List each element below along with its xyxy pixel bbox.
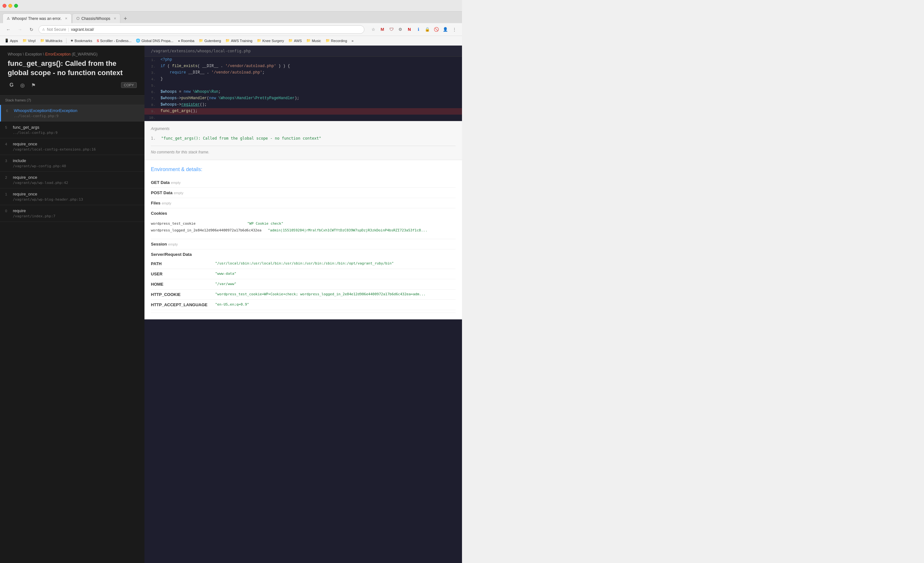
- stack-frame-6[interactable]: 6 Whoops\Exception\ErrorException ../loc…: [0, 105, 144, 122]
- code-line-5: 5.: [144, 82, 462, 89]
- bookmark-multitracks-label: Multitracks: [46, 39, 63, 43]
- stack-frame-3[interactable]: 3 include /vagrant/wp-config.php:40: [0, 155, 144, 172]
- traffic-lights: [3, 4, 18, 8]
- bookmark-bookmarks[interactable]: ★ Bookmarks: [69, 38, 93, 43]
- info-icon[interactable]: ℹ: [414, 26, 422, 33]
- server-user: USER "www-data": [151, 269, 456, 279]
- block-icon[interactable]: 🚫: [432, 26, 440, 33]
- address-bar[interactable]: ⚠ Not Secure | vagrant.local/: [39, 25, 364, 34]
- tab-chassis-label: Chassis/Whoops: [81, 16, 111, 21]
- bookmark-gutenberg-icon: 📁: [199, 39, 203, 43]
- tab-whoops-close[interactable]: ✕: [65, 17, 68, 20]
- code-line-6: 6. $whoops = new \Whoops\Run;: [144, 89, 462, 95]
- error-breadcrumb: Whoops \ Exception \ ErrorException (E_W…: [8, 52, 137, 57]
- code-file-path: /vagrant/extensions/whoops/local-config.…: [144, 46, 462, 57]
- stack-frame-5[interactable]: 5 func_get_args ../local-config.php:9: [0, 122, 144, 138]
- back-button[interactable]: ←: [4, 25, 13, 34]
- bookmark-vinyl[interactable]: 📁 Vinyl: [21, 38, 37, 43]
- bookmark-aws-training[interactable]: 📁 AWS Training: [224, 38, 254, 43]
- frame-number-0: 0: [5, 209, 10, 213]
- bookmark-knee-surgery[interactable]: 📁 Knee Surgery: [255, 38, 285, 43]
- reload-button[interactable]: ↻: [27, 25, 36, 34]
- security-icon: ⚠: [42, 28, 45, 31]
- frame-path-0: /vagrant/index.php:7: [5, 214, 140, 218]
- close-button[interactable]: [3, 4, 6, 8]
- env-files-key: Filesempty: [151, 201, 215, 205]
- bookmark-music[interactable]: 📁 Music: [305, 38, 322, 43]
- gmail-icon[interactable]: M: [378, 26, 386, 33]
- new-tab-button[interactable]: +: [121, 14, 130, 23]
- stack-frame-1[interactable]: 1 require_once /vagrant/wp/wp-blog-heade…: [0, 189, 144, 205]
- bookmark-scrolller-icon: S: [97, 39, 99, 43]
- bookmark-vinyl-icon: 📁: [22, 39, 27, 43]
- arguments-title: Arguments: [151, 126, 456, 131]
- tab-whoops[interactable]: ⚠ Whoops! There was an error. ✕: [3, 13, 72, 23]
- breadcrumb-suffix: (E_WARNING): [70, 52, 98, 57]
- cookies-section: wordpress_test_cookie "WP Cookie check" …: [151, 218, 428, 236]
- frame-name-2: require_once: [13, 175, 37, 180]
- bookmark-dns[interactable]: 🌐 Global DNS Propa...: [135, 38, 175, 43]
- stack-frame-0[interactable]: 0 require /vagrant/index.php:7: [0, 205, 144, 222]
- env-post-data: POST Dataempty: [151, 188, 456, 198]
- bookmark-aws[interactable]: 📁 AWS: [287, 38, 303, 43]
- env-files: Filesempty: [151, 198, 456, 208]
- server-http-cookie-key: HTTP_COOKIE: [151, 292, 215, 297]
- bookmark-aws-label: AWS: [294, 39, 302, 43]
- flag-icon[interactable]: ⚑: [30, 81, 37, 89]
- nav-icons: ☆ M 🛡 ⚙ N ℹ 🔒 🚫 👤 ⋮: [369, 26, 458, 33]
- bookmark-gutenberg-label: Gutenberg: [204, 39, 221, 43]
- google-icon[interactable]: G: [8, 81, 15, 89]
- minimize-button[interactable]: [8, 4, 12, 8]
- navbar: ← → ↻ ⚠ Not Secure | vagrant.local/ ☆ M …: [0, 23, 462, 36]
- bookmark-apps-label: Apps: [10, 39, 18, 43]
- bookmark-vinyl-label: Vinyl: [28, 39, 36, 43]
- stack-frames-list: 6 Whoops\Exception\ErrorException ../loc…: [0, 105, 144, 563]
- frame-name-4: require_once: [13, 142, 37, 146]
- tab-chassis[interactable]: ⬡ Chassis/Whoops ✕: [72, 13, 120, 23]
- session-empty-badge: empty: [168, 243, 178, 246]
- bookmark-gutenberg[interactable]: 📁 Gutenberg: [198, 38, 222, 43]
- tab-chassis-close[interactable]: ✕: [114, 17, 116, 20]
- bookmark-knee-surgery-label: Knee Surgery: [262, 39, 284, 43]
- bookmark-scrolller[interactable]: S Scrolller - Endless...: [95, 38, 133, 43]
- frame-path-1: /vagrant/wp/wp-blog-header.php:13: [5, 198, 140, 202]
- bookmark-music-label: Music: [312, 39, 321, 43]
- bookmark-recording[interactable]: 📁 Recording: [324, 38, 348, 43]
- server-path-key: PATH: [151, 261, 215, 266]
- forward-button[interactable]: →: [15, 25, 24, 34]
- left-panel: Whoops \ Exception \ ErrorException (E_W…: [0, 46, 144, 563]
- bookmark-knee-surgery-icon: 📁: [257, 39, 261, 43]
- lock-icon[interactable]: 🔒: [423, 26, 431, 33]
- bookmark-bookmarks-icon: ★: [70, 39, 74, 43]
- n-icon[interactable]: N: [405, 26, 413, 33]
- stack-frame-4[interactable]: 4 require_once /vagrant/local-config-ext…: [0, 138, 144, 155]
- bookmark-dns-label: Global DNS Propa...: [141, 39, 173, 43]
- maximize-button[interactable]: [14, 4, 18, 8]
- main-content: Whoops \ Exception \ ErrorException (E_W…: [0, 46, 462, 563]
- bookmark-multitracks[interactable]: 📁 Multitracks: [39, 38, 64, 43]
- right-panel: /vagrant/extensions/whoops/local-config.…: [144, 46, 462, 563]
- search-icon[interactable]: ◎: [19, 81, 26, 89]
- server-http-cookie-val: "wordpress_test_cookie=WP+Cookie+check; …: [215, 292, 456, 296]
- env-session-key: Sessionempty: [151, 242, 215, 247]
- frame-number-6: 6: [6, 109, 11, 113]
- menu-icon[interactable]: ⋮: [450, 26, 458, 33]
- shield-icon[interactable]: 🛡: [387, 26, 395, 33]
- tab-chassis-icon: ⬡: [76, 16, 80, 21]
- frame-name-5: func_get_args: [13, 125, 39, 130]
- files-empty-badge: empty: [162, 201, 171, 205]
- frame-number-3: 3: [5, 159, 10, 163]
- code-line-8: 8. $whoops->register();: [144, 102, 462, 108]
- server-accept-lang: HTTP_ACCEPT_LANGUAGE "en-US,en;q=0.9": [151, 300, 456, 310]
- account-icon[interactable]: 👤: [441, 26, 449, 33]
- settings-icon[interactable]: ⚙: [396, 26, 404, 33]
- environment-section: Environment & details: GET Dataempty POS…: [144, 160, 462, 319]
- bookmark-apps[interactable]: 📱 Apps: [3, 38, 19, 43]
- stack-frame-2[interactable]: 2 require_once /vagrant/wp/wp-load.php:4…: [0, 172, 144, 189]
- env-server-key: Server/Request Data: [151, 252, 215, 257]
- star-button[interactable]: ☆: [369, 26, 377, 33]
- bookmark-overflow[interactable]: »: [350, 38, 355, 43]
- bookmark-roomba[interactable]: ● Roomba: [177, 38, 195, 43]
- copy-button[interactable]: COPY: [121, 82, 137, 88]
- env-get-data: GET Dataempty: [151, 178, 456, 188]
